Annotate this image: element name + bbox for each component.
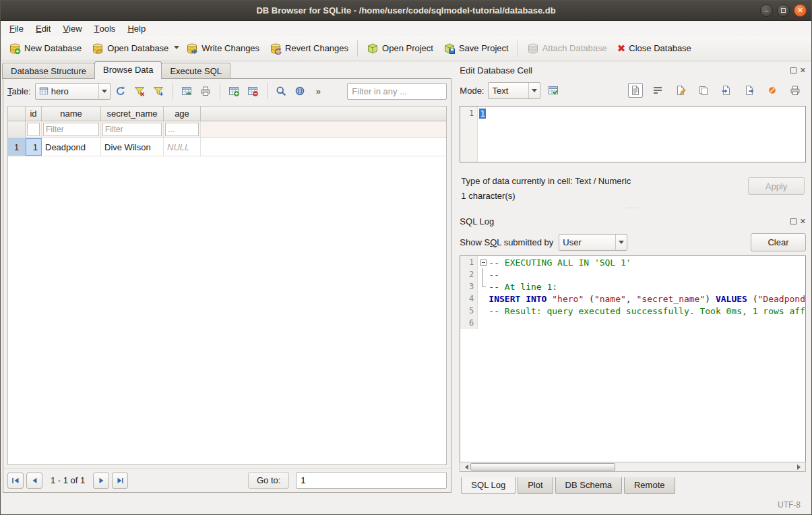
chevron-down-icon: [174, 46, 179, 52]
dock-tab-sql-log[interactable]: SQL Log: [461, 477, 516, 494]
import-data-button[interactable]: [718, 82, 735, 99]
menu-file[interactable]: File: [3, 21, 30, 36]
menu-tools[interactable]: Tools: [88, 21, 122, 36]
filter-id-input[interactable]: [27, 123, 40, 136]
set-null-button[interactable]: [763, 82, 780, 99]
cell-secret-name[interactable]: Dive Wilson: [101, 138, 164, 156]
close-window-button[interactable]: ✕: [794, 4, 807, 17]
column-header-name[interactable]: name: [42, 107, 101, 121]
close-database-button[interactable]: ✖ Close Database: [613, 40, 696, 57]
previous-record-button[interactable]: [26, 473, 42, 489]
open-database-button[interactable]: Open Database: [87, 39, 173, 58]
encoding-button[interactable]: [292, 83, 309, 100]
scroll-left-icon[interactable]: [460, 462, 470, 471]
edit-cell-dock-title: Edit Database Cell ✕: [460, 63, 806, 78]
find-button[interactable]: [273, 83, 290, 100]
word-wrap-button[interactable]: [649, 82, 666, 99]
save-filter-button[interactable]: [150, 83, 167, 100]
import-icon: [721, 85, 732, 96]
sql-log-filter-selector[interactable]: User: [559, 234, 627, 251]
clear-filters-button[interactable]: [131, 83, 148, 100]
dock-splitter[interactable]: ····: [460, 203, 806, 212]
auto-apply-icon: [548, 85, 559, 96]
table-label: Table:: [7, 86, 31, 96]
editor-line-number: 1: [460, 107, 478, 162]
grid-corner[interactable]: [8, 107, 26, 121]
maximize-button[interactable]: [777, 4, 790, 17]
column-header-age[interactable]: age: [164, 107, 201, 121]
right-panel: Edit Database Cell ✕ Mode: Text: [454, 61, 811, 495]
attach-database-button[interactable]: Attach Database: [522, 39, 612, 58]
horizontal-scrollbar[interactable]: [460, 462, 806, 472]
scroll-right-icon[interactable]: [795, 462, 805, 471]
first-record-button[interactable]: [7, 473, 24, 489]
print-button[interactable]: [197, 83, 214, 100]
mode-selector[interactable]: Text: [488, 82, 540, 99]
tab-execute-sql[interactable]: Execute SQL: [161, 63, 230, 79]
table-selector[interactable]: hero: [35, 83, 111, 100]
next-record-button[interactable]: [93, 473, 109, 489]
dock-tab-plot[interactable]: Plot: [518, 477, 553, 494]
close-dock-icon[interactable]: ✕: [800, 218, 806, 225]
column-header-secret-name[interactable]: secret_name: [101, 107, 164, 121]
toolbar-separator: [357, 40, 358, 57]
auto-apply-button[interactable]: [544, 82, 561, 99]
open-project-button[interactable]: Open Project: [362, 39, 438, 58]
filter-any-input[interactable]: [347, 83, 447, 100]
cell-age[interactable]: NULL: [164, 138, 201, 156]
close-dock-icon[interactable]: ✕: [800, 67, 806, 74]
print-cell-button[interactable]: [786, 82, 803, 99]
revert-changes-button[interactable]: Revert Changes: [265, 39, 353, 58]
float-dock-icon[interactable]: [790, 67, 797, 73]
tab-database-structure[interactable]: Database Structure: [2, 63, 95, 79]
filter-secret-name-input[interactable]: [102, 123, 162, 136]
cell-name[interactable]: Deadpond: [42, 138, 101, 156]
fold-column[interactable]: [478, 256, 489, 268]
open-in-editor-button[interactable]: [672, 82, 689, 99]
export-table-button[interactable]: [179, 83, 195, 100]
refresh-button[interactable]: [113, 83, 129, 100]
new-database-button[interactable]: New Database: [4, 39, 86, 58]
log-comment: -- At line 1:: [489, 282, 557, 292]
open-database-dropdown[interactable]: [174, 42, 181, 54]
menu-help[interactable]: Help: [121, 21, 152, 36]
row-header[interactable]: 1: [8, 138, 26, 156]
tab-browse-data[interactable]: Browse Data: [94, 61, 162, 79]
delete-record-button[interactable]: [245, 83, 261, 100]
cell-editor[interactable]: 1 1: [460, 106, 806, 162]
float-dock-icon[interactable]: [790, 218, 797, 224]
editor-content[interactable]: 1: [478, 107, 487, 162]
last-record-button[interactable]: [112, 473, 128, 489]
data-grid[interactable]: id name secret_name age 1 1: [7, 106, 447, 465]
column-header-id[interactable]: id: [26, 107, 42, 121]
filter-name-input[interactable]: [43, 123, 99, 136]
minimize-button[interactable]: –: [760, 4, 773, 17]
filter-age-input[interactable]: [165, 123, 199, 136]
goto-button[interactable]: Go to:: [248, 472, 289, 489]
export-data-button[interactable]: [741, 82, 757, 99]
fold-column: [478, 293, 489, 305]
insert-record-button[interactable]: [226, 83, 243, 100]
export-icon: [744, 85, 755, 96]
toolbar-overflow-chevron[interactable]: »: [311, 86, 323, 96]
menu-edit[interactable]: Edit: [30, 21, 57, 36]
scrollbar-thumb[interactable]: [470, 463, 615, 471]
titlebar[interactable]: DB Browser for SQLite - /home/user/code/…: [1, 1, 811, 21]
text-mode-button[interactable]: [628, 83, 643, 98]
write-changes-icon: [186, 42, 198, 55]
cell-id[interactable]: 1: [26, 138, 42, 156]
write-changes-button[interactable]: Write Changes: [181, 39, 264, 58]
collapse-icon[interactable]: [480, 260, 487, 266]
dock-tab-db-schema[interactable]: DB Schema: [555, 477, 622, 494]
table-row[interactable]: 1 1 Deadpond Dive Wilson NULL: [8, 138, 446, 156]
menu-view[interactable]: View: [57, 21, 88, 36]
encoding-indicator[interactable]: UTF-8: [778, 500, 801, 510]
dock-tab-remote[interactable]: Remote: [624, 477, 675, 494]
apply-button[interactable]: Apply: [748, 177, 805, 195]
copy-button[interactable]: [695, 82, 712, 99]
clear-log-button[interactable]: Clear: [751, 233, 806, 251]
toolbar-separator: [173, 83, 173, 99]
goto-input[interactable]: [296, 472, 447, 489]
sql-log-view[interactable]: 1 -- EXECUTING ALL IN 'SQL 1' 2 -- 3 -- …: [460, 255, 806, 462]
save-project-button[interactable]: Save Project: [439, 39, 513, 58]
